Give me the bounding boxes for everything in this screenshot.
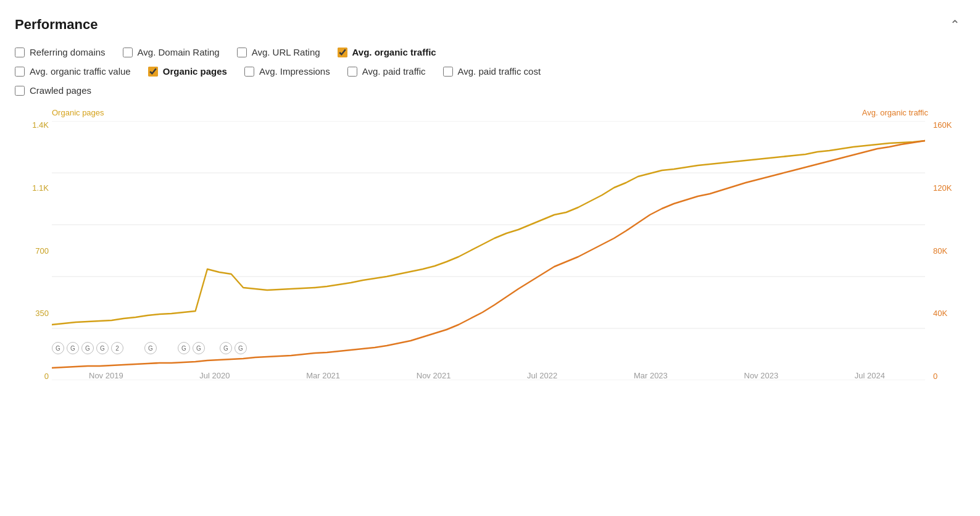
y-axis-left: 1.4K 1.1K 700 350 0 [15,121,49,405]
y-tick-left-2: 1.1K [15,184,49,192]
badge-g5: G [144,342,157,354]
chart-area: Organic pages Avg. organic traffic 1.4K … [15,108,965,429]
x-tick-6: Mar 2023 [634,371,668,380]
checkbox-crawled-pages[interactable]: Crawled pages [15,85,91,96]
x-tick-3: Mar 2021 [306,371,340,380]
panel-header: Performance ⌃ [15,15,965,35]
x-axis: Nov 2019 Jul 2020 Mar 2021 Nov 2021 Jul … [89,371,885,380]
checkbox-row-3: Crawled pages [15,85,965,96]
badge-g9: G [235,342,247,354]
checkbox-avg-organic-traffic[interactable]: Avg. organic traffic [338,47,436,57]
badge-2-1: 2 [111,342,123,354]
badge-g7: G [193,342,205,354]
y-tick-left-4: 350 [15,309,49,317]
badge-g8: G [220,342,232,354]
x-tick-5: Jul 2022 [527,371,557,380]
annotation-badges-row: G G G G 2 G G G G G [52,342,925,354]
badge-g6: G [178,342,190,354]
x-tick-2: Jul 2020 [199,371,230,380]
checkbox-avg-paid-traffic-cost[interactable]: Avg. paid traffic cost [443,66,541,77]
checkbox-organic-pages[interactable]: Organic pages [148,66,227,77]
checkbox-row-1: Referring domains Avg. Domain Rating Avg… [15,47,965,57]
y-tick-left-1: 1.4K [15,121,49,129]
chart-svg [52,121,925,380]
checkbox-referring-domains[interactable]: Referring domains [15,47,106,57]
panel-title: Performance [15,17,98,33]
chart-wrapper: 1.4K 1.1K 700 350 0 160K 120K 80K 40K 0 [15,121,965,405]
badge-g2: G [67,342,79,354]
organic-pages-line [52,141,925,325]
x-tick-8: Jul 2024 [855,371,885,380]
avg-traffic-line [52,141,925,368]
y-tick-left-5: 0 [15,372,49,380]
checkbox-avg-paid-traffic[interactable]: Avg. paid traffic [347,66,426,77]
axis-labels-top: Organic pages Avg. organic traffic [15,108,965,117]
filter-checkboxes: Referring domains Avg. Domain Rating Avg… [15,47,965,96]
badge-g1: G [52,342,64,354]
badge-g4: G [96,342,109,354]
checkbox-avg-url-rating[interactable]: Avg. URL Rating [237,47,320,57]
checkbox-avg-domain-rating[interactable]: Avg. Domain Rating [123,47,220,57]
y-tick-left-3: 700 [15,247,49,255]
x-tick-7: Nov 2023 [744,371,779,380]
y-tick-right-2: 120K [928,184,965,192]
performance-panel: Performance ⌃ Referring domains Avg. Dom… [0,0,980,441]
right-axis-label: Avg. organic traffic [862,108,928,117]
x-tick-4: Nov 2021 [417,371,451,380]
y-axis-right: 160K 120K 80K 40K 0 [928,121,965,405]
chart-inner: Nov 2019 Jul 2020 Mar 2021 Nov 2021 Jul … [52,121,925,380]
badge-g3: G [81,342,94,354]
y-tick-right-1: 160K [928,121,965,129]
checkbox-row-2: Avg. organic traffic value Organic pages… [15,66,965,77]
y-tick-right-5: 0 [928,372,965,380]
collapse-button[interactable]: ⌃ [945,15,965,35]
checkbox-avg-impressions[interactable]: Avg. Impressions [244,66,330,77]
y-tick-right-4: 40K [928,309,965,317]
y-tick-right-3: 80K [928,247,965,255]
checkbox-avg-organic-traffic-value[interactable]: Avg. organic traffic value [15,66,131,77]
x-tick-1: Nov 2019 [89,371,123,380]
left-axis-label: Organic pages [52,108,104,117]
